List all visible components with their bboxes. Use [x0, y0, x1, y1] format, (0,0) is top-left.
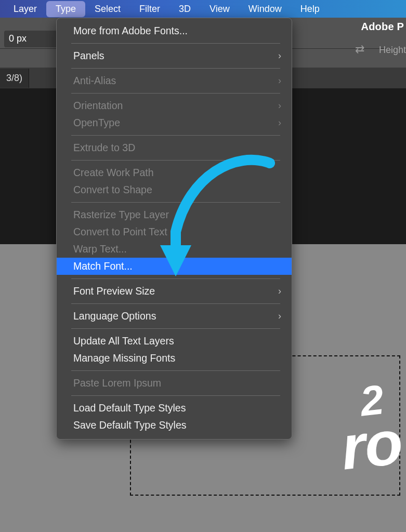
menu-item-save-default-type-styles[interactable]: Save Default Type Styles: [57, 417, 292, 434]
menu-window[interactable]: Window: [239, 1, 291, 17]
chevron-right-icon: ›: [278, 286, 281, 297]
chevron-right-icon: ›: [278, 75, 281, 86]
menu-layer[interactable]: Layer: [4, 1, 46, 17]
menu-item-label: Convert to Shape: [73, 184, 152, 196]
menu-item-load-default-type-styles[interactable]: Load Default Type Styles: [57, 400, 292, 417]
menu-item-panels[interactable]: Panels›: [57, 47, 292, 64]
menu-filter[interactable]: Filter: [130, 1, 169, 17]
menu-item-label: Update All Text Layers: [73, 335, 174, 347]
menu-item-font-preview-size[interactable]: Font Preview Size›: [57, 283, 292, 300]
menu-item-anti-alias: Anti-Alias›: [57, 72, 292, 89]
menu-item-label: Paste Lorem Ipsum: [73, 377, 161, 389]
chevron-right-icon: ›: [278, 311, 281, 322]
chevron-right-icon: ›: [278, 100, 281, 111]
menu-item-label: Load Default Type Styles: [73, 402, 186, 414]
menu-item-language-options[interactable]: Language Options›: [57, 308, 292, 325]
app-title: Adobe P: [361, 21, 404, 33]
menu-select[interactable]: Select: [85, 1, 130, 17]
document-tab[interactable]: 3/8): [0, 69, 29, 88]
px-input[interactable]: [4, 31, 60, 47]
menu-item-label: Match Font...: [73, 260, 133, 272]
menu-item-extrude-to-3d: Extrude to 3D: [57, 139, 292, 156]
menu-item-more-from-adobe-fonts[interactable]: More from Adobe Fonts...: [57, 22, 292, 39]
menu-item-label: Anti-Alias: [73, 75, 116, 87]
menu-item-rasterize-type-layer: Rasterize Type Layer: [57, 206, 292, 223]
menu-item-label: Orientation: [73, 100, 123, 112]
menu-item-convert-to-shape: Convert to Shape: [57, 181, 292, 198]
menu-item-orientation: Orientation›: [57, 97, 292, 114]
menu-item-label: Warp Text...: [73, 243, 127, 255]
menu-item-match-font[interactable]: Match Font...: [57, 258, 292, 275]
menu-item-label: OpenType: [73, 117, 120, 129]
menu-item-label: Panels: [73, 50, 104, 62]
menu-item-label: Rasterize Type Layer: [73, 209, 169, 221]
menu-type[interactable]: Type: [46, 1, 85, 17]
type-menu-dropdown: More from Adobe Fonts...Panels›Anti-Alia…: [56, 18, 292, 440]
menu-item-warp-text: Warp Text...: [57, 241, 292, 258]
chevron-right-icon: ›: [278, 50, 281, 61]
menu-item-label: Convert to Point Text: [73, 226, 167, 238]
menu-item-create-work-path: Create Work Path: [57, 164, 292, 181]
menu-help[interactable]: Help: [291, 1, 329, 17]
menu-item-opentype: OpenType›: [57, 114, 292, 131]
menu-item-label: Save Default Type Styles: [73, 419, 187, 431]
menu-item-label: Extrude to 3D: [73, 142, 135, 154]
menubar: Layer Type Select Filter 3D View Window …: [0, 0, 406, 18]
menu-item-paste-lorem-ipsum: Paste Lorem Ipsum: [57, 375, 292, 392]
menu-item-convert-to-point-text: Convert to Point Text: [57, 223, 292, 241]
menu-item-label: More from Adobe Fonts...: [73, 25, 188, 37]
artwork-script-text: 2 ro: [335, 383, 404, 473]
menu-item-update-all-text-layers[interactable]: Update All Text Layers: [57, 332, 292, 350]
menu-3d[interactable]: 3D: [169, 1, 200, 17]
height-label: Height: [379, 45, 406, 56]
menu-view[interactable]: View: [200, 1, 239, 17]
menu-item-manage-missing-fonts[interactable]: Manage Missing Fonts: [57, 350, 292, 367]
menu-item-label: Font Preview Size: [73, 285, 155, 297]
chevron-right-icon: ›: [278, 117, 281, 128]
menu-item-label: Language Options: [73, 310, 156, 322]
swap-icon[interactable]: ⇄: [355, 43, 364, 56]
menu-item-label: Create Work Path: [73, 167, 154, 179]
menu-item-label: Manage Missing Fonts: [73, 352, 175, 364]
